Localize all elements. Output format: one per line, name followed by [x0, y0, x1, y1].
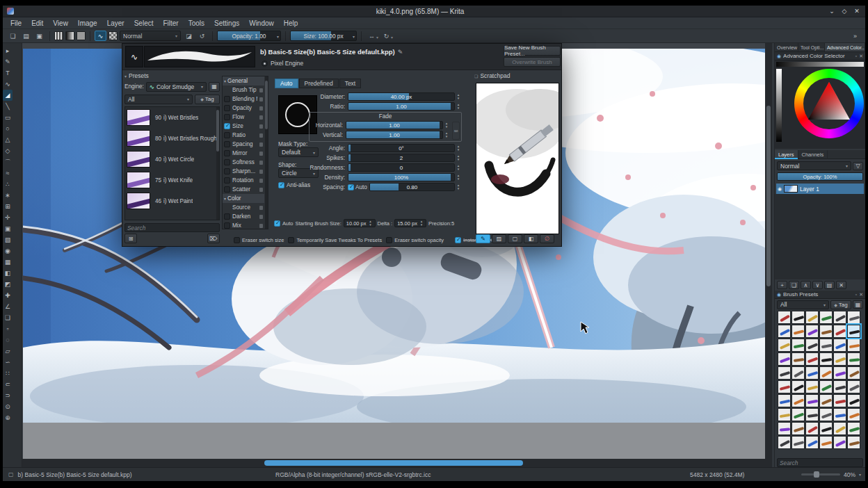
tool-bezier-curve-tool[interactable]: ⌒	[3, 156, 13, 168]
brush-preset-thumbnail[interactable]	[847, 380, 860, 393]
brush-presets-titlebar[interactable]: ◉ Brush Presets ▫✕	[775, 291, 865, 299]
menu-window[interactable]: Window	[244, 19, 279, 27]
tool-bezier-selection-tool[interactable]: ⊂	[3, 379, 13, 390]
layer-blend-mode-dropdown[interactable]: Normal ▾	[777, 161, 851, 170]
spin-down-icon[interactable]: ▾	[455, 148, 462, 152]
menu-layer[interactable]: Layer	[102, 19, 129, 27]
option-checkbox[interactable]	[224, 150, 230, 156]
option-checkbox[interactable]	[224, 105, 230, 111]
menu-file[interactable]: File	[6, 19, 26, 27]
save-new-brush-preset-button[interactable]: Save New Brush Preset...	[504, 46, 561, 56]
pattern-chooser-button[interactable]	[65, 31, 74, 40]
tool-magnetic-selection-tool[interactable]: ⊃	[3, 390, 13, 401]
spin-buttons[interactable]: ▴▾	[455, 103, 462, 110]
brush-preset-thumbnail[interactable]	[778, 380, 791, 393]
delete-layer-button[interactable]: ✕	[836, 281, 846, 289]
ratio-slider[interactable]: 1.00	[348, 102, 455, 111]
layer-opacity-slider[interactable]: Opacity: 100%	[777, 172, 863, 181]
eraser-option[interactable]: Eraser switch size	[234, 237, 284, 243]
brush-preset-thumbnail[interactable]	[847, 339, 860, 352]
duplicate-layer-button[interactable]: ❏	[789, 281, 799, 289]
brush-preset-chooser-button[interactable]: ∿	[95, 31, 106, 41]
presets-section-header[interactable]: ▾ Presets	[124, 72, 220, 80]
brush-preset-thumbnail[interactable]	[791, 366, 805, 380]
spin-down-icon[interactable]: ▾	[418, 223, 425, 227]
advanced-color-selector-titlebar[interactable]: ◉ Advanced Color Selector ▫✕	[775, 52, 865, 60]
close-button[interactable]: ✕	[851, 8, 862, 15]
spacing-slider[interactable]: 0.80	[369, 183, 455, 191]
brush-preset-thumbnail[interactable]	[847, 311, 860, 324]
tool-line-tool[interactable]: ╲	[3, 101, 13, 112]
tool-pattern-editing-tool[interactable]: ▦	[3, 257, 13, 268]
tool-polygon-tool[interactable]: △	[3, 134, 13, 145]
tool-move-tool[interactable]: ✛	[3, 212, 13, 223]
brush-preset-thumbnail[interactable]	[778, 422, 791, 435]
value-gradient-strip[interactable]	[776, 62, 864, 67]
option-checkbox[interactable]	[224, 123, 230, 129]
layer-row[interactable]: ◉ Layer 1	[776, 184, 864, 194]
brush-preset-thumbnail[interactable]	[805, 366, 819, 380]
opacity-slider[interactable]: Opacity: 1.00 ▾	[217, 31, 281, 41]
zoom-dropdown-icon[interactable]: ▾	[859, 472, 861, 477]
color-swatch-button[interactable]	[77, 31, 86, 40]
preset-list-item[interactable]: 46i) Wet Paint	[125, 190, 219, 211]
option-row-rotation[interactable]: Rotation	[223, 176, 264, 185]
pixel-engine-radio[interactable]	[262, 60, 268, 67]
spin-down-icon[interactable]: ▾	[455, 187, 462, 190]
saturation-value-triangle[interactable]	[805, 79, 853, 128]
tab-auto[interactable]: Auto	[275, 79, 298, 88]
brush-preset-thumbnail[interactable]	[833, 394, 846, 407]
float-docker-icon[interactable]: ▫	[855, 54, 857, 59]
eraser-option[interactable]: Temporarily Save Tweaks To Presets	[288, 237, 382, 243]
option-row-blending-m-[interactable]: Blending M...	[223, 95, 264, 104]
option-row-ratio[interactable]: Ratio	[223, 131, 264, 140]
brush-preset-thumbnail[interactable]	[778, 366, 791, 380]
brush-preset-thumbnail[interactable]	[847, 366, 860, 380]
preset-filter-dropdown[interactable]: All ▾	[124, 95, 193, 104]
gradient-chooser-button[interactable]	[54, 31, 63, 40]
scratchpad-canvas[interactable]	[476, 83, 559, 234]
tool-pan-tool[interactable]: ⊕	[3, 412, 13, 423]
scratchpad-fill-background-button[interactable]: ▢	[508, 234, 522, 243]
option-checkbox[interactable]	[224, 114, 230, 120]
brush-preset-thumbnail[interactable]	[847, 408, 860, 421]
tab-text[interactable]: Text	[339, 79, 362, 88]
brush-presets-search-input[interactable]	[777, 458, 863, 467]
brush-preset-thumbnail[interactable]	[805, 422, 819, 435]
options-section-header[interactable]: ▾Color	[223, 194, 264, 203]
brush-preset-thumbnail[interactable]	[778, 436, 791, 449]
spin-down-icon[interactable]: ▾	[455, 97, 462, 100]
tool-polygonal-selection-tool[interactable]: ▱	[3, 345, 13, 357]
brush-preset-thumbnail[interactable]	[833, 436, 846, 449]
brush-preset-thumbnail[interactable]	[819, 422, 833, 435]
brush-preset-thumbnail[interactable]	[805, 352, 819, 366]
option-row-opacity[interactable]: Opacity	[223, 104, 264, 113]
tool-edit-shapes-tool[interactable]: ✎	[3, 56, 13, 67]
brush-preset-thumbnail[interactable]	[819, 394, 833, 407]
brush-preset-thumbnail[interactable]	[833, 422, 846, 435]
brush-preset-thumbnail[interactable]	[791, 436, 805, 449]
tool-freehand-path-tool[interactable]: ≈	[3, 168, 13, 179]
spin-buttons[interactable]: ▴▾	[443, 122, 450, 129]
brush-preset-thumbnail[interactable]	[791, 408, 805, 421]
tool-gradient-tool[interactable]: ▧	[3, 234, 13, 245]
blend-mode-dropdown[interactable]: Normal ▾	[120, 31, 181, 41]
brush-preset-thumbnail[interactable]	[805, 394, 819, 407]
brush-preset-thumbnail[interactable]	[805, 339, 819, 352]
brush-preset-thumbnail[interactable]	[819, 311, 833, 324]
tool-rectangular-selection-tool[interactable]: ▫	[3, 323, 13, 334]
dock-tab-1[interactable]: Tool Opti...	[798, 43, 825, 51]
link-fade-values-icon[interactable]: ∞	[452, 122, 460, 140]
brush-preset-thumbnail[interactable]	[833, 408, 846, 421]
scratchpad-paint-button[interactable]: ✎	[476, 234, 490, 243]
tool-shape-select-tool[interactable]: ▸	[3, 45, 13, 56]
move-layer-down-button[interactable]: ∨	[812, 281, 823, 289]
brush-preset-thumbnail[interactable]	[847, 394, 860, 407]
option-row-size[interactable]: Size	[223, 122, 264, 131]
preset-list-scrollbar[interactable]	[216, 107, 219, 220]
option-row-brush-tip[interactable]: Brush Tip	[223, 86, 264, 95]
brush-preset-thumbnail[interactable]	[805, 436, 819, 449]
tool-freehand-selection-tool[interactable]: ∽	[3, 357, 13, 368]
brush-preset-thumbnail[interactable]	[778, 311, 791, 324]
brush-preset-thumbnail[interactable]	[847, 422, 860, 435]
